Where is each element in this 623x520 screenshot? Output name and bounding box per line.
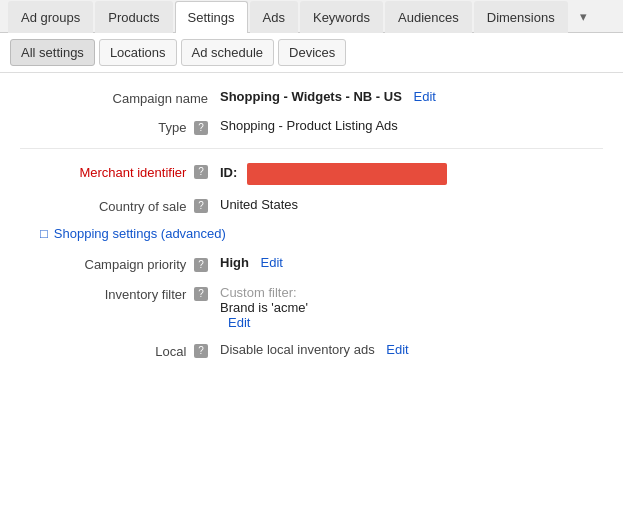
sub-tab-bar: All settings Locations Ad schedule Devic… — [0, 33, 623, 73]
inventory-edit-link[interactable]: Edit — [228, 315, 250, 330]
type-qmark[interactable]: ? — [194, 121, 208, 135]
type-label: Type ? — [20, 118, 220, 136]
tab-products[interactable]: Products — [95, 1, 172, 33]
merchant-value: ID: — [220, 163, 603, 185]
inventory-filter-value: Custom filter: Brand is 'acme' Edit — [220, 285, 603, 330]
collapse-icon[interactable]: □ — [40, 226, 48, 241]
inventory-filter-label: Inventory filter ? — [20, 285, 220, 303]
campaign-priority-value: High Edit — [220, 255, 603, 270]
top-tab-bar: Ad groups Products Settings Ads Keywords… — [0, 0, 623, 33]
campaign-name-value: Shopping - Widgets - NB - US Edit — [220, 89, 603, 104]
tab-settings[interactable]: Settings — [175, 1, 248, 33]
country-label: Country of sale ? — [20, 197, 220, 215]
tab-ads[interactable]: Ads — [250, 1, 298, 33]
local-label: Local ? — [20, 342, 220, 360]
campaign-priority-edit-link[interactable]: Edit — [261, 255, 283, 270]
local-value: Disable local inventory ads Edit — [220, 342, 603, 357]
subtab-all-settings[interactable]: All settings — [10, 39, 95, 66]
inventory-brand-value: Brand is 'acme' — [220, 300, 603, 315]
subtab-locations[interactable]: Locations — [99, 39, 177, 66]
tab-ad-groups[interactable]: Ad groups — [8, 1, 93, 33]
local-value-text: Disable local inventory ads — [220, 342, 375, 357]
advanced-section-header: □ Shopping settings (advanced) — [20, 226, 603, 241]
campaign-priority-qmark[interactable]: ? — [194, 258, 208, 272]
subtab-devices[interactable]: Devices — [278, 39, 346, 66]
settings-content: Campaign name Shopping - Widgets - NB - … — [0, 73, 623, 387]
campaign-priority-label: Campaign priority ? — [20, 255, 220, 273]
type-value: Shopping - Product Listing Ads — [220, 118, 603, 133]
merchant-id-bar — [247, 163, 447, 185]
inventory-filter-row: Inventory filter ? Custom filter: Brand … — [20, 285, 603, 330]
merchant-qmark[interactable]: ? — [194, 165, 208, 179]
local-qmark[interactable]: ? — [194, 344, 208, 358]
more-tabs-button[interactable]: ▾ — [572, 3, 595, 30]
tab-keywords[interactable]: Keywords — [300, 1, 383, 33]
campaign-name-edit-link[interactable]: Edit — [414, 89, 436, 104]
local-row: Local ? Disable local inventory ads Edit — [20, 342, 603, 360]
advanced-title[interactable]: Shopping settings (advanced) — [54, 226, 226, 241]
tab-audiences[interactable]: Audiences — [385, 1, 472, 33]
merchant-id-prefix: ID: — [220, 165, 237, 180]
inventory-filter-qmark[interactable]: ? — [194, 287, 208, 301]
campaign-name-label: Campaign name — [20, 89, 220, 106]
campaign-priority-row: Campaign priority ? High Edit — [20, 255, 603, 273]
local-edit-link[interactable]: Edit — [386, 342, 408, 357]
country-value: United States — [220, 197, 603, 212]
tab-dimensions[interactable]: Dimensions — [474, 1, 568, 33]
type-row: Type ? Shopping - Product Listing Ads — [20, 118, 603, 136]
campaign-name-row: Campaign name Shopping - Widgets - NB - … — [20, 89, 603, 106]
country-row: Country of sale ? United States — [20, 197, 603, 215]
divider-1 — [20, 148, 603, 149]
merchant-row: Merchant identifier ? ID: — [20, 163, 603, 185]
subtab-ad-schedule[interactable]: Ad schedule — [181, 39, 275, 66]
inventory-custom-filter-label: Custom filter: — [220, 285, 603, 300]
campaign-priority-text: High — [220, 255, 249, 270]
merchant-label: Merchant identifier ? — [20, 163, 220, 181]
country-qmark[interactable]: ? — [194, 199, 208, 213]
campaign-name-text: Shopping - Widgets - NB - US — [220, 89, 402, 104]
